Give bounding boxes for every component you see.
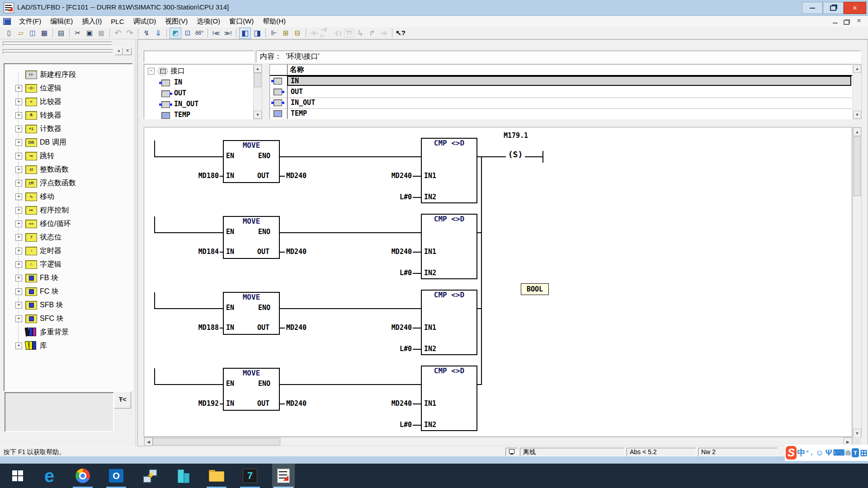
operand-move-out[interactable]: MD240 [286,400,307,408]
scroll-left-arrow[interactable]: ◀ [144,437,153,446]
minimize-button[interactable] [802,2,823,14]
cut-icon[interactable]: ✂ [72,28,83,38]
contact-nc-icon[interactable]: ⊣/⊢ [321,28,331,38]
copy-icon[interactable]: ▣ [84,28,95,38]
menu-item-debug[interactable]: 调试(D) [129,17,161,26]
expander-icon[interactable]: + [15,288,22,295]
tree-item-fb-blocks[interactable]: + FB 块 [5,271,132,285]
tree-item-move[interactable]: + ∿ 移动 [5,190,132,203]
taskbar-pg-pc-link[interactable]: ⚡ [138,464,161,488]
expander-icon[interactable]: + [15,343,22,349]
expander-icon[interactable]: + [15,248,22,254]
monitor-glasses-icon[interactable]: 66° [194,28,205,38]
interface-tree-item-out[interactable]: OUT [144,88,253,99]
ime-chinese-mode-icon[interactable]: 中 [797,447,806,459]
operand-cmp-in2[interactable]: L#0 [367,345,412,353]
undo-icon[interactable]: ↶ [113,28,123,38]
tree-item-shift-rotate[interactable]: + «» 移位/循环 [5,217,132,230]
scroll-down-arrow[interactable]: ▼ [853,111,861,119]
table-row-out[interactable]: OUT [270,87,852,98]
scroll-thumb[interactable] [254,73,261,87]
expander-icon[interactable]: + [15,193,22,200]
expander-icon[interactable]: + [15,139,22,146]
tree-item-word-logic[interactable]: + ∴ 字逻辑 [5,258,132,271]
operand-cmp-in2[interactable]: L#0 [367,421,412,429]
expander-icon[interactable]: + [15,180,22,187]
menu-item-file[interactable]: 文件(F) [14,17,46,26]
collapse-icon[interactable]: − [148,68,155,75]
tree-item-sfc-blocks[interactable]: + SFC 块 [5,312,132,325]
ime-keyboard-icon[interactable]: ⌨ [834,447,844,459]
menu-item-options[interactable]: 选项(O) [192,17,225,26]
tree-item-float-math[interactable]: + ±R 浮点数函数 [5,176,132,190]
expander-icon[interactable]: + [15,315,22,322]
restore-button[interactable] [823,2,844,14]
coil-icon[interactable]: -( ) [332,28,343,38]
goto-prev-error-icon[interactable]: !≪ [211,28,222,38]
tree-item-multi-instance[interactable]: 多重背景 [5,325,132,339]
contact-no-icon[interactable]: ⊣⊢ [309,28,320,38]
expander-icon[interactable]: + [15,166,22,173]
scroll-thumb[interactable] [153,438,280,446]
tree-item-new-network[interactable]: ⊦⊦ 新建程序段 [5,68,132,81]
expander-icon[interactable]: + [15,234,22,241]
help-select-icon[interactable]: ↖? [395,28,406,38]
tree-item-integer-math[interactable]: + ±I 整数函数 [5,163,132,176]
window-split-icon[interactable]: ◧ [239,28,251,39]
tree-item-counter[interactable]: + +1 计数器 [5,122,132,136]
close-branch-icon[interactable]: ↱ [367,28,377,38]
operand-move-in[interactable]: MD184 [174,248,219,256]
declaration-table-scrollbar[interactable]: ▲ ▼ [853,64,862,119]
interface-tree-item-temp[interactable]: TEMP [144,110,253,119]
ladder-vertical-scrollbar[interactable]: ▲ ▼ [853,127,862,438]
goto-next-error-icon[interactable]: ≫! [222,28,233,38]
operand-cmp-in1[interactable]: MD240 [367,400,412,408]
operand-cmp-in1[interactable]: MD240 [367,324,412,332]
call-structure-icon[interactable]: ⊟ [292,28,303,38]
operand-cmp-in1[interactable]: MD240 [367,248,412,256]
taskbar-chrome[interactable] [71,464,94,488]
scroll-up-arrow[interactable]: ▲ [853,65,861,73]
tree-item-libraries[interactable]: + 库 [5,339,132,352]
operand-move-out[interactable]: MD240 [286,172,307,180]
tree-item-sfb-blocks[interactable]: + SFB 块 [5,298,132,312]
operand-move-in[interactable]: MD188 [174,324,219,332]
expander-icon[interactable]: + [15,261,22,268]
close-button[interactable]: × [844,2,866,14]
tree-item-timers[interactable]: + ◔ 定时器 [5,244,132,258]
symbol-info-icon[interactable]: ◩ [170,28,181,39]
table-row-temp[interactable]: TEMP [270,108,852,119]
mdi-close-button[interactable]: × [855,17,863,25]
tree-item-comparator[interactable]: + < 比较器 [5,95,132,108]
menu-item-help[interactable]: 帮助(H) [258,17,290,26]
interface-tree-item-inout[interactable]: IN_OUT [144,99,253,110]
download-icon[interactable]: ⇓ [153,28,164,38]
operand-move-out[interactable]: MD240 [286,324,307,332]
set-coil[interactable]: (S) [506,150,525,158]
expander-icon[interactable]: + [15,207,22,214]
scroll-up-arrow[interactable]: ▲ [853,127,861,136]
insert-row-icon[interactable]: ⊣⊦ [378,28,389,38]
taskbar-step7[interactable]: 7 [239,464,261,488]
scroll-thumb[interactable] [854,136,861,196]
menu-item-insert[interactable]: 插入(I) [77,17,106,26]
taskbar-file-explorer[interactable] [205,464,228,488]
table-row-in[interactable]: IN [270,76,852,87]
taskbar-edge[interactable]: e [38,464,61,488]
tree-item-db-call[interactable]: + DB DB 调用 [5,136,132,149]
print-icon[interactable]: ▤ [56,28,66,38]
tree-item-program-control[interactable]: + ↦ 程序控制 [5,203,132,217]
expander-icon[interactable]: + [15,221,22,227]
coil-operand[interactable]: M179.1 [489,132,543,140]
pane-close-button[interactable]: × [123,47,132,55]
menu-item-view[interactable]: 视图(V) [160,17,192,26]
split-toggle-button[interactable]: Ŧ< [114,391,131,408]
go-online-icon[interactable]: ↯ [141,28,152,38]
accessible-nodes-icon[interactable]: ◫ [27,28,38,38]
interface-tree-scrollbar[interactable]: ▲ ▼ [253,64,262,119]
operand-move-out[interactable]: MD240 [286,248,307,256]
ime-skin-icon[interactable]: T [852,448,859,457]
scroll-up-arrow[interactable]: ▲ [254,65,262,73]
ime-account-icon[interactable] [845,447,851,459]
new-network-icon[interactable]: ⊩ [269,28,279,38]
